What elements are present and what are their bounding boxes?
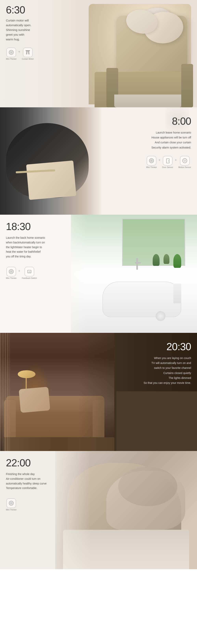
icon-wrap-thinker-3: Mini Thinker: [6, 267, 16, 279]
icon-wrap-door: Door Sensor: [162, 156, 173, 168]
icon-wrap-feedback-3: abc Feedback Switch: [22, 267, 37, 279]
thinker-icon-3: [6, 267, 16, 276]
svg-rect-3: [26, 50, 30, 51]
plus-2b: +: [175, 158, 177, 162]
section-800: 8:00 Launch leave home scenario House ap…: [0, 107, 197, 215]
motion-icon: [180, 156, 190, 166]
section-3-content: 18:30 Launch the back home scenario when…: [6, 220, 65, 279]
icon-wrap-thinker-5: Mini Thinker: [6, 498, 16, 511]
svg-point-2: [11, 52, 12, 53]
thinker-icon-2: [147, 156, 156, 166]
icons-row-2030: Mini Thinker... + abc Feedback Switch +: [116, 391, 197, 451]
section-1-content: 6:30 Curtain motor willautomatically ope…: [6, 4, 65, 60]
icon-wrap-thinker-2: Mini Thinker: [146, 156, 157, 168]
curtain-icon-1: [23, 48, 32, 57]
svg-point-19: [11, 271, 12, 272]
feedback-svg-3: abc: [26, 269, 32, 274]
section-630: 6:30 Curtain motor willautomatically ope…: [0, 0, 197, 107]
icons-row-630: Mini Thinker + Curtain Motor: [6, 48, 65, 60]
thinker-label-3: Mini Thinker: [6, 277, 16, 279]
time-630: 6:30: [6, 4, 65, 16]
icons-row-800: Mini Thinker + Door Sensor +: [124, 156, 191, 168]
svg-point-14: [168, 160, 169, 161]
face-area: [118, 467, 177, 506]
motion-label: Motion Sensor: [178, 166, 191, 168]
towel: [173, 284, 181, 303]
lamp-shade: [18, 370, 36, 378]
sofa-blanket: [19, 387, 50, 413]
plant-2: [164, 254, 170, 264]
icon-wrap-motion: Motion Sensor: [178, 156, 191, 168]
thinker-label-2: Mini Thinker: [146, 166, 157, 168]
plant-1: [153, 254, 160, 266]
desc-1830: Launch the back home scenario when backA…: [6, 236, 65, 259]
desc-2030: When you are laying on couch TV will aut…: [116, 356, 191, 386]
faucet-pipe: [136, 258, 138, 270]
svg-text:abc: abc: [28, 271, 31, 272]
svg-rect-13: [166, 159, 169, 163]
section-1830: 18:30 Launch the back home scenario when…: [0, 215, 197, 333]
faucet-head: [135, 262, 141, 264]
section-5-content: 22:00 Finishing the whole day Air-condit…: [6, 457, 65, 511]
thinker-svg-3: [8, 269, 14, 274]
desc-630: Curtain motor willautomatically open. Sh…: [6, 18, 65, 42]
plus-2a: +: [158, 158, 160, 162]
motion-svg: [182, 158, 188, 164]
svg-point-12: [151, 160, 152, 161]
icon-wrap-thinker-1: Mini Thinker: [6, 48, 16, 60]
laptop: [26, 160, 76, 200]
section-2-content: 8:00 Launch leave home scenario House ap…: [124, 115, 191, 168]
thinker-svg-1: [8, 50, 14, 55]
thinker-svg-5: [8, 500, 14, 506]
feedback-icon-3: abc: [24, 267, 34, 276]
desc-2200: Finishing the whole day Air-conditioner …: [6, 472, 65, 490]
door-label: Door Sensor: [162, 166, 173, 168]
svg-point-16: [184, 160, 186, 162]
bath-toy: [156, 311, 166, 321]
time-800: 8:00: [124, 115, 191, 127]
icons-row-2200: Mini Thinker: [6, 498, 65, 511]
time-2030: 20:30: [116, 341, 191, 352]
feedback-label-3: Feedback Switch: [22, 277, 37, 279]
door-icon: [163, 156, 172, 166]
section-2030: 20:30 When you are laying on couch TV wi…: [0, 333, 197, 451]
plant-row: [153, 254, 181, 268]
thinker-label-1: Mini Thinker: [6, 58, 16, 60]
curtain-left: [0, 333, 10, 451]
time-2200: 22:00: [6, 457, 65, 469]
thinker-icon-5: [6, 498, 16, 508]
section-4-content: 20:30 When you are laying on couch TV wi…: [116, 341, 191, 451]
icons-row-1830: Mini Thinker + abc Feedback Switch: [6, 267, 65, 279]
thinker-svg-2: [149, 158, 154, 164]
curtain-svg-1: [25, 50, 30, 55]
section-2200: 22:00 Finishing the whole day Air-condit…: [0, 451, 197, 569]
door-svg: [165, 158, 170, 164]
time-1830: 18:30: [6, 220, 65, 232]
plus-3: +: [18, 269, 20, 273]
svg-point-36: [11, 503, 12, 504]
desc-800: Launch leave home scenario House applian…: [124, 130, 191, 150]
icon-wrap-curtain-1: Curtain Motor: [22, 48, 34, 60]
curtain-label-1: Curtain Motor: [22, 58, 34, 60]
plus-1: +: [18, 50, 20, 54]
plant-3: [173, 254, 181, 268]
thinker-label-5: Mini Thinker: [6, 509, 16, 511]
chair-arm-right: [181, 64, 193, 107]
floor-wood: [114, 94, 181, 107]
svg-point-15: [182, 158, 187, 163]
thinker-icon-1: [6, 48, 16, 57]
bathtub: [102, 282, 181, 317]
